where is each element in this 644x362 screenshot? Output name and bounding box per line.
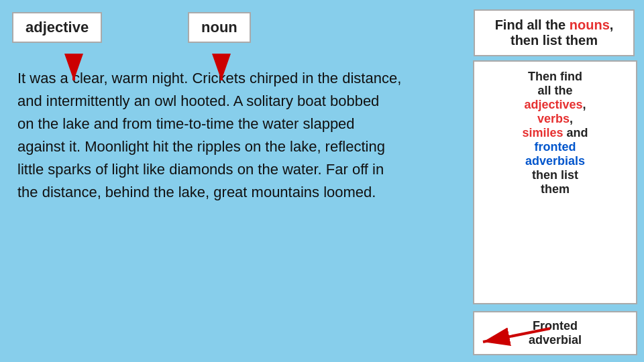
text-line-1: It was a clear, warm night. Crickets chi…	[17, 67, 459, 90]
fronted-highlight: fronted	[535, 140, 576, 154]
adjective-text: adjective	[25, 19, 89, 36]
right-panel: Then find all the adjectives, verbs, sim…	[473, 60, 637, 355]
main-text-area: It was a clear, warm night. Crickets chi…	[7, 60, 470, 355]
and-text: and	[564, 126, 588, 139]
then-find-line1: Then find	[528, 70, 582, 83]
find-nouns-box: Find all the nouns, then list them	[474, 9, 635, 56]
noun-text: noun	[201, 19, 237, 36]
similes-highlight: similes	[522, 126, 563, 139]
then-find-line2: all the	[537, 84, 572, 97]
text-line-2: and intermittently an owl hooted. A soli…	[17, 90, 459, 113]
noun-label: noun	[188, 12, 251, 43]
fronted-line1: Fronted	[533, 319, 578, 333]
nouns-highlight: nouns	[570, 17, 610, 32]
then-list-text: then list	[532, 168, 578, 182]
adjective-label: adjective	[12, 12, 102, 43]
fronted-line2: adverbial	[529, 333, 582, 347]
adjectives-highlight: adjectives	[524, 98, 582, 111]
adverbials-highlight: adverbials	[525, 154, 585, 168]
text-line-6: the distance, behind the lake, great mou…	[17, 181, 459, 204]
comma1: ,	[583, 98, 586, 111]
verbs-highlight: verbs	[537, 112, 570, 125]
fronted-adverbial-box: Fronted adverbial	[473, 311, 637, 355]
them-text: them	[541, 182, 570, 196]
then-find-box: Then find all the adjectives, verbs, sim…	[473, 60, 637, 304]
text-line-3: on the lake and from time-to-time the wa…	[17, 113, 459, 135]
comma2: ,	[570, 112, 573, 125]
text-line-5: little sparks of light like diamonds on …	[17, 158, 459, 181]
find-nouns-prefix: Find all the	[495, 17, 570, 32]
text-line-4: against it. Moonlight hit the ripples on…	[17, 135, 459, 158]
